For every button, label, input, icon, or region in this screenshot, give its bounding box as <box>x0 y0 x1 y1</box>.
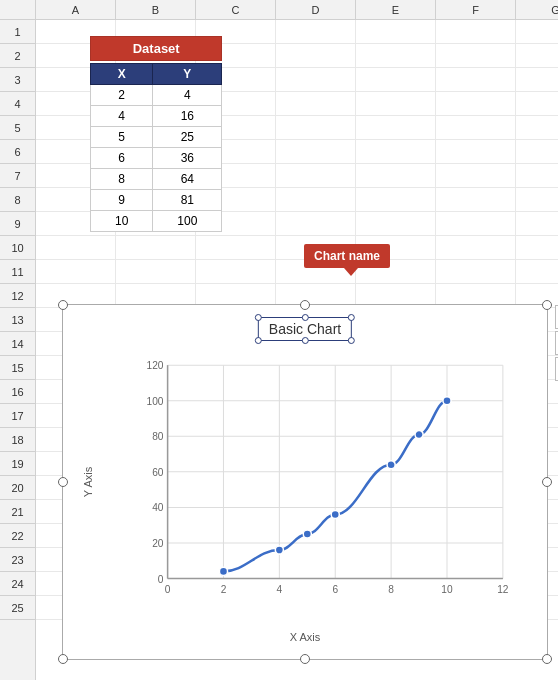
svg-text:40: 40 <box>152 502 164 513</box>
cell-x: 2 <box>91 85 153 106</box>
row-num-5: 5 <box>0 116 35 140</box>
svg-text:10: 10 <box>441 584 453 595</box>
col-header-c: C <box>196 0 276 20</box>
title-handle-tl[interactable] <box>255 314 262 321</box>
svg-text:120: 120 <box>147 360 164 371</box>
cell-y: 25 <box>153 127 222 148</box>
chart-plot-area: 020406080100120024681012 <box>113 355 527 609</box>
cell-x: 5 <box>91 127 153 148</box>
table-row: 416 <box>91 106 222 127</box>
row-num-9: 9 <box>0 212 35 236</box>
row-num-8: 8 <box>0 188 35 212</box>
col-header-e: E <box>356 0 436 20</box>
row-num-23: 23 <box>0 548 35 572</box>
svg-point-36 <box>443 397 451 405</box>
row-num-6: 6 <box>0 140 35 164</box>
table-row: 10100 <box>91 211 222 232</box>
resize-handle-ml[interactable] <box>58 477 68 487</box>
cell-x: 10 <box>91 211 153 232</box>
row-num-11: 11 <box>0 260 35 284</box>
main-area: 1 2 3 4 5 6 7 8 9 10 11 12 13 14 15 16 1… <box>0 20 558 680</box>
resize-handle-br[interactable] <box>542 654 552 664</box>
row-num-13: 13 <box>0 308 35 332</box>
svg-text:0: 0 <box>165 584 171 595</box>
title-handle-bm[interactable] <box>301 337 308 344</box>
row-num-18: 18 <box>0 428 35 452</box>
col-y-header: Y <box>153 64 222 85</box>
row-num-1: 1 <box>0 20 35 44</box>
svg-text:80: 80 <box>152 431 164 442</box>
resize-handle-tm[interactable] <box>300 300 310 310</box>
spreadsheet: A B C D E F G H 1 2 3 4 5 6 7 8 9 10 11 … <box>0 0 558 680</box>
cell-x: 9 <box>91 190 153 211</box>
table-row: 24 <box>91 85 222 106</box>
title-handle-tm[interactable] <box>301 314 308 321</box>
cell-y: 64 <box>153 169 222 190</box>
row-num-20: 20 <box>0 476 35 500</box>
x-axis-label: X Axis <box>290 631 321 643</box>
svg-point-31 <box>275 546 283 554</box>
svg-text:6: 6 <box>332 584 338 595</box>
table-row: 636 <box>91 148 222 169</box>
svg-text:8: 8 <box>388 584 394 595</box>
row-num-17: 17 <box>0 404 35 428</box>
row-num-12: 12 <box>0 284 35 308</box>
col-header-a: A <box>36 0 116 20</box>
row-num-3: 3 <box>0 68 35 92</box>
chart-title-box[interactable]: Basic Chart <box>258 317 352 341</box>
col-header-d: D <box>276 0 356 20</box>
title-handle-tr[interactable] <box>348 314 355 321</box>
resize-handle-tr[interactable] <box>542 300 552 310</box>
cell-x: 6 <box>91 148 153 169</box>
row-num-21: 21 <box>0 500 35 524</box>
row-num-10: 10 <box>0 236 35 260</box>
svg-point-34 <box>387 461 395 469</box>
cell-y: 36 <box>153 148 222 169</box>
row-num-25: 25 <box>0 596 35 620</box>
col-header-g: G <box>516 0 558 20</box>
chart-name-callout: Chart name <box>304 244 390 268</box>
cell-y: 100 <box>153 211 222 232</box>
column-headers: A B C D E F G H <box>0 0 558 20</box>
svg-text:4: 4 <box>277 584 283 595</box>
cell-y: 4 <box>153 85 222 106</box>
svg-text:100: 100 <box>147 396 164 407</box>
row-numbers: 1 2 3 4 5 6 7 8 9 10 11 12 13 14 15 16 1… <box>0 20 36 680</box>
svg-text:12: 12 <box>497 584 509 595</box>
svg-point-32 <box>303 530 311 538</box>
resize-handle-bm[interactable] <box>300 654 310 664</box>
chart-svg: 020406080100120024681012 <box>113 355 527 609</box>
row-num-22: 22 <box>0 524 35 548</box>
row-num-2: 2 <box>0 44 35 68</box>
resize-handle-mr[interactable] <box>542 477 552 487</box>
svg-text:60: 60 <box>152 467 164 478</box>
title-handle-bl[interactable] <box>255 337 262 344</box>
dataset-container: Dataset X Y 2441652563686498110100 <box>90 36 222 232</box>
data-table: X Y 2441652563686498110100 <box>90 63 222 232</box>
corner-cell <box>0 0 36 20</box>
svg-point-30 <box>219 567 227 575</box>
col-header-b: B <box>116 0 196 20</box>
dataset-title: Dataset <box>90 36 222 61</box>
resize-handle-tl[interactable] <box>58 300 68 310</box>
cell-x: 4 <box>91 106 153 127</box>
y-axis-label: Y Axis <box>82 467 94 497</box>
svg-text:0: 0 <box>158 574 164 585</box>
title-handle-br[interactable] <box>348 337 355 344</box>
svg-text:2: 2 <box>221 584 227 595</box>
chart-title-text: Basic Chart <box>269 321 341 337</box>
cell-y: 16 <box>153 106 222 127</box>
table-row: 864 <box>91 169 222 190</box>
cell-y: 81 <box>153 190 222 211</box>
resize-handle-bl[interactable] <box>58 654 68 664</box>
col-x-header: X <box>91 64 153 85</box>
chart-container[interactable]: Basic Chart Y Axis X Axis 02040608010012… <box>62 304 548 660</box>
table-row: 525 <box>91 127 222 148</box>
table-row: 981 <box>91 190 222 211</box>
row-num-4: 4 <box>0 92 35 116</box>
sheet-content: Dataset X Y 2441652563686498110100 Chart… <box>36 20 558 680</box>
row-num-19: 19 <box>0 452 35 476</box>
row-num-7: 7 <box>0 164 35 188</box>
svg-point-33 <box>331 510 339 518</box>
cell-x: 8 <box>91 169 153 190</box>
